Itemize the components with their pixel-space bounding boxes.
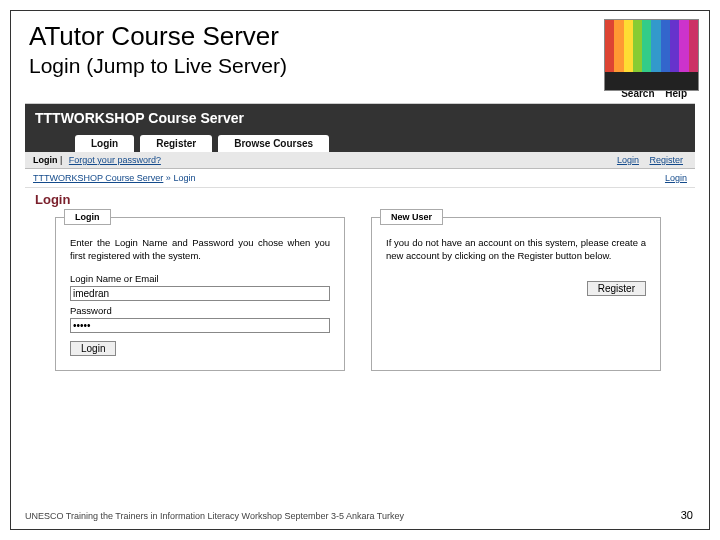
app-screenshot: Search Help TTTWORKSHOP Course Server Lo…	[25, 86, 695, 377]
login-pass-label: Password	[70, 305, 330, 316]
newuser-panel: New User If you do not have an account o…	[371, 217, 661, 371]
page-number: 30	[681, 509, 693, 521]
login-button[interactable]: Login	[70, 341, 116, 356]
app-header: TTTWORKSHOP Course Server Login Register…	[25, 104, 695, 152]
login-text: Enter the Login Name and Password you ch…	[70, 236, 330, 263]
login-panel: Login Enter the Login Name and Password …	[55, 217, 345, 371]
forgot-password-link[interactable]: Forgot your password?	[69, 155, 161, 165]
subbar-login-link[interactable]: Login	[617, 155, 639, 165]
newuser-legend: New User	[380, 209, 443, 225]
main-tabs: Login Register Browse Courses	[75, 135, 329, 152]
page-heading: Login	[25, 188, 695, 211]
pipe: |	[60, 155, 65, 165]
login-pass-input[interactable]	[70, 318, 330, 333]
subbar-register-link[interactable]: Register	[649, 155, 683, 165]
subbar-login-label: Login	[33, 155, 58, 165]
utility-bar: Search Help	[25, 86, 695, 104]
sub-bar: Login | Forgot your password? Login Regi…	[25, 152, 695, 169]
crumb-root[interactable]: TTTWORKSHOP Course Server	[33, 173, 163, 183]
crumb-current: Login	[173, 173, 195, 183]
crumb-side-login[interactable]: Login	[665, 173, 687, 183]
breadcrumb: TTTWORKSHOP Course Server » Login Login	[25, 169, 695, 188]
login-legend: Login	[64, 209, 111, 225]
brand-title: TTTWORKSHOP Course Server	[35, 110, 244, 126]
pencils-image	[604, 19, 699, 91]
tab-login[interactable]: Login	[75, 135, 134, 152]
tab-browse[interactable]: Browse Courses	[218, 135, 329, 152]
register-button[interactable]: Register	[587, 281, 646, 296]
slide-footer: UNESCO Training the Trainers in Informat…	[25, 511, 404, 521]
login-name-label: Login Name or Email	[70, 273, 330, 284]
tab-register[interactable]: Register	[140, 135, 212, 152]
crumb-sep: »	[163, 173, 173, 183]
newuser-text: If you do not have an account on this sy…	[386, 236, 646, 263]
login-name-input[interactable]	[70, 286, 330, 301]
